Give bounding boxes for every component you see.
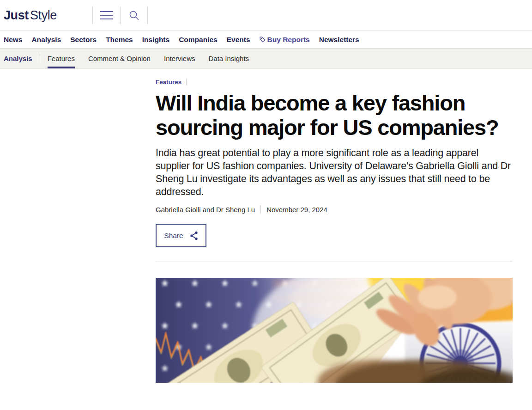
byline: Gabriella Giolli and Dr Sheng Lu Novembe… bbox=[156, 205, 513, 214]
main-nav: News Analysis Sectors Themes Insights Co… bbox=[0, 31, 532, 49]
article-date: November 29, 2024 bbox=[266, 206, 327, 214]
site-header: JustStyle bbox=[0, 0, 532, 31]
category-divider bbox=[186, 79, 187, 86]
logo-light-text: Style bbox=[30, 8, 57, 22]
search-icon bbox=[129, 10, 139, 21]
article-title: Will India become a key fashion sourcing… bbox=[156, 91, 513, 140]
header-actions bbox=[92, 6, 148, 24]
nav-item-themes[interactable]: Themes bbox=[106, 36, 133, 44]
category-row: Features bbox=[156, 79, 513, 86]
share-label: Share bbox=[164, 232, 183, 240]
tag-icon bbox=[260, 37, 266, 43]
subnav-item-features[interactable]: Features bbox=[48, 49, 75, 68]
hero-image bbox=[156, 278, 513, 383]
site-logo[interactable]: JustStyle bbox=[4, 8, 57, 23]
share-icon bbox=[190, 231, 198, 240]
subnav-item-interviews[interactable]: Interviews bbox=[164, 49, 195, 68]
subnav-item-analysis[interactable]: Analysis bbox=[4, 49, 32, 68]
nav-item-companies[interactable]: Companies bbox=[179, 36, 218, 44]
nav-item-newsletters[interactable]: Newsletters bbox=[319, 36, 359, 44]
nav-item-news[interactable]: News bbox=[4, 36, 23, 44]
share-button[interactable]: Share bbox=[156, 224, 206, 247]
nav-item-buy-reports[interactable]: Buy Reports bbox=[260, 36, 310, 44]
search-button[interactable] bbox=[120, 6, 148, 24]
nav-item-events[interactable]: Events bbox=[227, 36, 250, 44]
article-category-link[interactable]: Features bbox=[156, 79, 181, 86]
hero-photo-illustration bbox=[156, 278, 513, 383]
hamburger-icon bbox=[100, 11, 113, 19]
subnav-item-data-insights[interactable]: Data Insights bbox=[209, 49, 249, 68]
content-divider bbox=[156, 262, 513, 262]
nav-item-insights[interactable]: Insights bbox=[142, 36, 169, 44]
article-standfirst: India has great potential to play a more… bbox=[156, 147, 513, 199]
subnav-divider bbox=[40, 54, 40, 63]
nav-item-sectors[interactable]: Sectors bbox=[70, 36, 97, 44]
buy-reports-label: Buy Reports bbox=[267, 36, 310, 44]
nav-item-analysis[interactable]: Analysis bbox=[32, 36, 61, 44]
article-content: Features Will India become a key fashion… bbox=[156, 79, 513, 383]
article-authors: Gabriella Giolli and Dr Sheng Lu bbox=[156, 206, 255, 214]
logo-bold-text: Just bbox=[4, 8, 29, 22]
menu-button[interactable] bbox=[92, 6, 120, 24]
byline-divider bbox=[260, 205, 261, 214]
subnav-item-comment-opinion[interactable]: Comment & Opinion bbox=[88, 49, 151, 68]
sub-nav: Analysis Features Comment & Opinion Inte… bbox=[0, 49, 532, 69]
